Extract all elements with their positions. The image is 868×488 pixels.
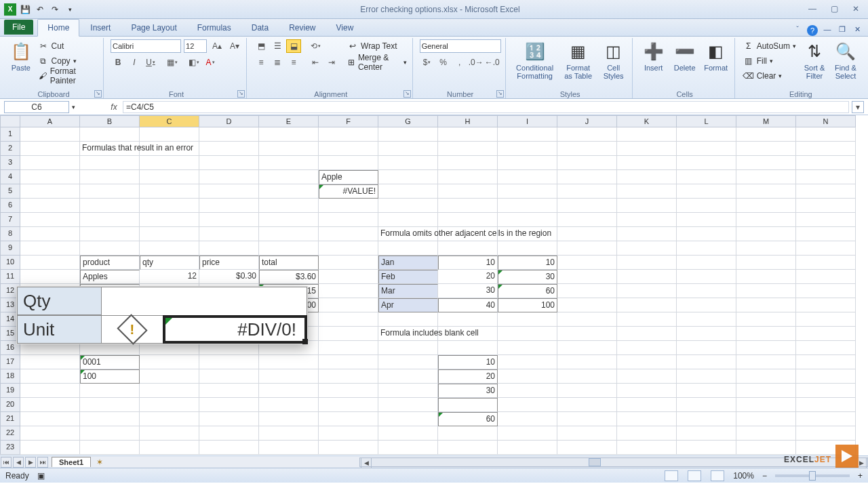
row-hdr-8[interactable]: 8	[0, 227, 20, 241]
cell-L19[interactable]	[677, 384, 736, 398]
cell-H1[interactable]	[438, 127, 498, 142]
sheet[interactable]: ABCDEFGHIJKLMN 12Formulas that result in…	[0, 115, 868, 455]
cell-M5[interactable]	[736, 184, 796, 199]
number-format-combo[interactable]	[420, 39, 501, 53]
cell-D17[interactable]	[199, 355, 259, 369]
cell-A17[interactable]	[20, 355, 80, 369]
cell-H12[interactable]: 30	[438, 284, 498, 298]
cell-F9[interactable]	[319, 241, 378, 256]
row-hdr-4[interactable]: 4	[0, 170, 20, 184]
tab-formulas[interactable]: Formulas	[188, 20, 241, 36]
row-hdr-20[interactable]: 20	[0, 398, 20, 412]
cell-A20[interactable]	[20, 398, 80, 412]
cell-F22[interactable]	[319, 426, 378, 441]
cell-F11[interactable]	[319, 270, 378, 284]
zoom-active-cell[interactable]: #DIV/0!	[163, 315, 307, 344]
merge-center-button[interactable]: ⊞Merge & Center▾	[346, 56, 408, 69]
cell-H23[interactable]	[438, 441, 498, 455]
formula-expand-icon[interactable]: ▾	[852, 101, 864, 113]
cell-E8[interactable]	[259, 227, 319, 241]
select-all-corner[interactable]	[0, 115, 20, 127]
cell-K18[interactable]	[617, 369, 677, 384]
cell-C11[interactable]: 12	[140, 270, 199, 284]
cell-A4[interactable]	[20, 170, 80, 184]
cell-D7[interactable]	[199, 213, 259, 227]
cell-F4[interactable]: Apple	[319, 170, 378, 184]
cell-I18[interactable]	[498, 369, 557, 384]
cell-J20[interactable]	[557, 398, 617, 412]
col-hdr-A[interactable]: A	[20, 115, 80, 127]
tab-review[interactable]: Review	[279, 20, 325, 36]
cell-N17[interactable]	[796, 355, 856, 369]
cell-N7[interactable]	[796, 213, 856, 227]
cell-A22[interactable]	[20, 426, 80, 441]
cell-G11[interactable]: Feb	[378, 270, 438, 284]
cell-F15[interactable]	[319, 327, 378, 341]
cell-E17[interactable]	[259, 355, 319, 369]
cell-K14[interactable]	[617, 312, 677, 327]
cell-L20[interactable]	[677, 398, 736, 412]
wb-minimize-icon[interactable]: —	[822, 25, 833, 36]
cell-I14[interactable]	[498, 312, 557, 327]
cell-M17[interactable]	[736, 355, 796, 369]
cell-L17[interactable]	[677, 355, 736, 369]
cell-L22[interactable]	[677, 426, 736, 441]
font-launcher-icon[interactable]: ↘	[237, 90, 245, 98]
cell-D3[interactable]	[199, 156, 259, 170]
cell-A11[interactable]	[20, 270, 80, 284]
cell-F20[interactable]	[319, 398, 378, 412]
cell-D10[interactable]: price	[199, 256, 259, 270]
cell-D20[interactable]	[199, 398, 259, 412]
cell-H5[interactable]	[438, 184, 498, 199]
italic-button[interactable]: I	[127, 56, 142, 69]
cell-G22[interactable]	[378, 426, 438, 441]
ribbon-min-icon[interactable]: ˇ	[792, 25, 803, 36]
cell-C19[interactable]	[140, 384, 199, 398]
cell-M1[interactable]	[736, 127, 796, 142]
cell-H15[interactable]	[438, 327, 498, 341]
zoom-slider[interactable]	[775, 474, 850, 477]
cell-B5[interactable]	[80, 184, 140, 199]
tab-first-icon[interactable]: ⏮	[1, 457, 12, 468]
cell-B1[interactable]	[80, 127, 140, 142]
cell-J6[interactable]	[557, 199, 617, 213]
cell-K8[interactable]	[617, 227, 677, 241]
cell-G13[interactable]: Apr	[378, 298, 438, 312]
cell-E7[interactable]	[259, 213, 319, 227]
format-table-button[interactable]: ▦Format as Table	[560, 39, 597, 89]
cell-K2[interactable]	[617, 142, 677, 156]
cell-N22[interactable]	[796, 426, 856, 441]
cell-I1[interactable]	[498, 127, 557, 142]
cell-D4[interactable]	[199, 170, 259, 184]
cell-M14[interactable]	[736, 312, 796, 327]
cell-N16[interactable]	[796, 341, 856, 355]
cell-K3[interactable]	[617, 156, 677, 170]
cell-C10[interactable]: qty	[140, 256, 199, 270]
cell-L7[interactable]	[677, 213, 736, 227]
cell-F7[interactable]	[319, 213, 378, 227]
cell-F17[interactable]	[319, 355, 378, 369]
clipboard-launcher-icon[interactable]: ↘	[94, 90, 102, 98]
cell-B22[interactable]	[80, 426, 140, 441]
cell-C23[interactable]	[140, 441, 199, 455]
cell-I12[interactable]: 60	[498, 284, 557, 298]
cell-M7[interactable]	[736, 213, 796, 227]
cell-E1[interactable]	[259, 127, 319, 142]
cell-A1[interactable]	[20, 127, 80, 142]
cell-M12[interactable]	[736, 284, 796, 298]
cell-F5[interactable]: #VALUE!	[319, 184, 378, 199]
row-hdr-11[interactable]: 11	[0, 270, 20, 284]
cell-L10[interactable]	[677, 256, 736, 270]
redo-icon[interactable]: ↷	[49, 3, 61, 16]
tab-prev-icon[interactable]: ◀	[13, 457, 24, 468]
cell-G18[interactable]	[378, 369, 438, 384]
cell-E23[interactable]	[259, 441, 319, 455]
format-painter-button[interactable]: 🖌Format Painter	[37, 69, 99, 83]
cell-A23[interactable]	[20, 441, 80, 455]
cell-F23[interactable]	[319, 441, 378, 455]
cell-L1[interactable]	[677, 127, 736, 142]
cell-E20[interactable]	[259, 398, 319, 412]
maximize-icon[interactable]: ▢	[826, 4, 842, 15]
view-layout-icon[interactable]	[688, 470, 701, 481]
tab-insert[interactable]: Insert	[81, 20, 120, 36]
